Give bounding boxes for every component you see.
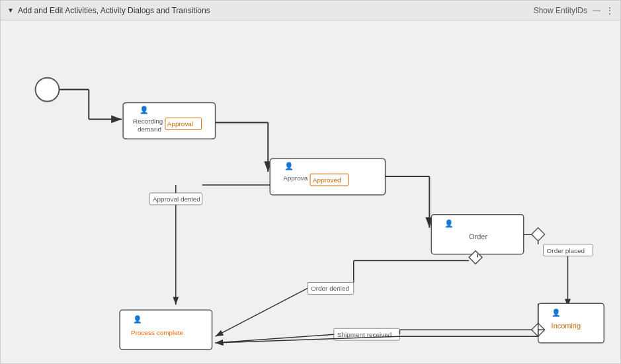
svg-text:demand: demand <box>138 126 161 133</box>
order-split-diamond <box>532 228 545 241</box>
show-entity-ids-button[interactable]: Show EntityIDs <box>534 6 587 15</box>
svg-text:Approved: Approved <box>313 176 341 184</box>
title-left: ▼ Add and Edit Activities, Activity Dial… <box>7 6 210 15</box>
main-container: ▼ Add and Edit Activities, Activity Dial… <box>0 0 621 364</box>
collapse-icon[interactable]: ▼ <box>7 7 14 14</box>
approval-denied-transition[interactable]: Approval denied <box>149 193 202 205</box>
more-icon[interactable]: ⋮ <box>606 6 614 15</box>
order-node[interactable]: 👤 Order <box>431 215 523 254</box>
incoming-node[interactable]: 👤 Incoming <box>538 303 604 343</box>
svg-text:Order denied: Order denied <box>311 285 349 292</box>
svg-line-54 <box>216 334 334 343</box>
svg-text:👤: 👤 <box>552 308 561 317</box>
recording-demand-node[interactable]: 👤 Recording t demand Approval <box>123 103 215 139</box>
svg-text:Approva: Approva <box>283 174 308 182</box>
svg-text:👤: 👤 <box>140 105 149 114</box>
title-bar: ▼ Add and Edit Activities, Activity Dial… <box>1 1 620 20</box>
title-right: Show EntityIDs — ⋮ <box>534 6 614 15</box>
svg-line-45 <box>216 288 308 336</box>
approval-node[interactable]: 👤 Approva Approved <box>270 159 385 195</box>
process-complete-node[interactable]: 👤 Process complete <box>120 310 212 349</box>
svg-text:Approval denied: Approval denied <box>153 196 200 203</box>
svg-text:Order: Order <box>469 233 487 240</box>
svg-text:Recording t: Recording t <box>133 118 167 125</box>
start-node[interactable] <box>36 78 60 102</box>
expand-icon[interactable]: — <box>593 6 600 15</box>
svg-text:Approval: Approval <box>167 120 193 127</box>
svg-text:Order placed: Order placed <box>547 247 585 254</box>
svg-text:Process complete: Process complete <box>131 329 184 336</box>
svg-text:👤: 👤 <box>444 219 454 228</box>
svg-text:👤: 👤 <box>284 161 294 170</box>
page-title: Add and Edit Activities, Activity Dialog… <box>18 6 210 15</box>
order-placed-transition[interactable]: Order placed <box>544 244 593 256</box>
diagram-area: 👤 Recording t demand Approval 👤 Approva … <box>1 20 620 363</box>
order-denied-transition[interactable]: Order denied <box>308 282 354 294</box>
svg-text:Incoming: Incoming <box>552 322 581 330</box>
svg-text:👤: 👤 <box>133 314 142 324</box>
